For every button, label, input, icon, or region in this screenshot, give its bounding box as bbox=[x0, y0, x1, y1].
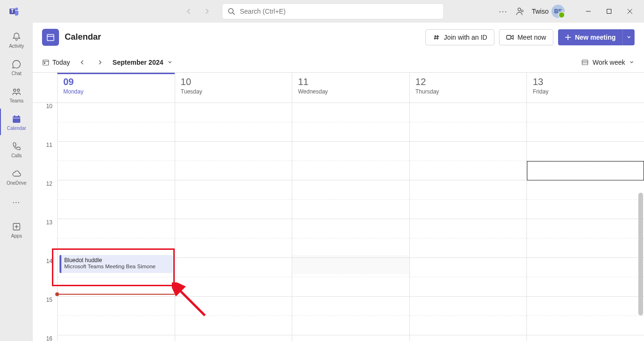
search-input[interactable] bbox=[240, 8, 438, 15]
list-icon bbox=[581, 59, 589, 66]
svg-rect-22 bbox=[507, 35, 511, 39]
hour-label: 10 bbox=[33, 103, 57, 142]
main-area: Calendar Join with an ID Meet now New me… bbox=[32, 23, 644, 341]
sidebar-item-label: Calendar bbox=[7, 126, 26, 131]
chevron-down-icon bbox=[167, 60, 173, 65]
hour-label: 14 bbox=[33, 258, 57, 297]
minimize-button[interactable] bbox=[578, 4, 599, 19]
hour-label: 16 bbox=[33, 335, 57, 341]
page-title: Calendar bbox=[65, 32, 101, 42]
svg-point-3 bbox=[229, 9, 233, 13]
teams-icon bbox=[11, 86, 22, 97]
svg-rect-8 bbox=[607, 9, 611, 14]
day-column-monday[interactable]: Bluedot huddle Microsoft Teams Meeting B… bbox=[57, 103, 175, 341]
meet-now-button[interactable]: Meet now bbox=[499, 29, 553, 45]
calendar-page-icon bbox=[42, 29, 59, 46]
hash-icon bbox=[432, 34, 440, 41]
sidebar-item-label: Chat bbox=[11, 71, 21, 76]
more-options-icon[interactable]: ⋯ bbox=[499, 6, 507, 17]
svg-rect-25 bbox=[43, 60, 49, 65]
search-icon bbox=[228, 8, 235, 15]
calendar-icon bbox=[11, 113, 22, 125]
search-container[interactable] bbox=[222, 3, 444, 19]
current-time-indicator bbox=[58, 294, 175, 295]
sidebar-item-label: Apps bbox=[11, 233, 22, 239]
sidebar-item-teams[interactable]: Teams bbox=[0, 81, 32, 108]
day-header-tuesday[interactable]: 10 Tuesday bbox=[175, 73, 292, 102]
day-header-thursday[interactable]: 12 Thursday bbox=[409, 73, 527, 102]
new-meeting-split: New meeting bbox=[558, 29, 635, 45]
hour-label: 13 bbox=[33, 219, 57, 258]
today-button[interactable]: Today bbox=[42, 59, 70, 66]
svg-rect-27 bbox=[44, 62, 45, 64]
new-meeting-dropdown[interactable] bbox=[622, 29, 635, 45]
today-icon bbox=[42, 59, 50, 66]
hour-label: 11 bbox=[33, 142, 57, 180]
time-gutter: 10 11 12 13 14 15 16 bbox=[33, 103, 57, 341]
svg-line-4 bbox=[233, 13, 235, 15]
sidebar-item-activity[interactable]: Activity bbox=[0, 26, 32, 53]
calendar-grid: 10 11 12 13 14 15 16 bbox=[33, 103, 644, 341]
bell-icon bbox=[11, 31, 22, 43]
history-back-button[interactable] bbox=[181, 4, 196, 19]
sidebar-item-calendar[interactable]: Calendar bbox=[0, 109, 32, 135]
day-column-tuesday[interactable] bbox=[175, 103, 292, 341]
window-controls bbox=[578, 4, 640, 19]
svg-point-2 bbox=[15, 8, 18, 10]
svg-rect-28 bbox=[582, 60, 588, 65]
user-name: Twiso bbox=[532, 8, 549, 15]
sidebar-item-calls[interactable]: Calls bbox=[0, 136, 32, 162]
svg-rect-20 bbox=[47, 34, 54, 41]
day-header-monday[interactable]: 09 Monday bbox=[57, 73, 175, 102]
teams-logo-icon: T bbox=[8, 5, 21, 18]
day-column-friday[interactable] bbox=[526, 103, 644, 341]
titlebar: T ⋯ Twiso BS bbox=[0, 0, 644, 23]
chat-icon bbox=[11, 59, 22, 70]
sidebar-item-label: OneDrive bbox=[7, 180, 26, 186]
sidebar-item-label: Calls bbox=[11, 153, 22, 158]
sidebar-item-onedrive[interactable]: OneDrive bbox=[0, 163, 32, 190]
people-icon[interactable] bbox=[515, 7, 524, 16]
hour-label: 12 bbox=[33, 180, 57, 219]
plus-icon bbox=[565, 34, 571, 41]
sidebar-item-apps[interactable]: Apps bbox=[0, 216, 32, 243]
phone-icon bbox=[11, 141, 22, 152]
calendar-event[interactable]: Bluedot huddle Microsoft Teams Meeting B… bbox=[59, 255, 173, 273]
svg-text:T: T bbox=[11, 9, 14, 14]
svg-point-11 bbox=[14, 89, 16, 91]
apps-icon bbox=[11, 221, 22, 232]
day-header-wednesday[interactable]: 11 Wednesday bbox=[292, 73, 409, 102]
chevron-down-icon bbox=[629, 60, 635, 65]
sidebar-more-button[interactable]: ⋯ bbox=[0, 193, 32, 212]
maximize-button[interactable] bbox=[599, 4, 619, 19]
selected-time-slot[interactable] bbox=[527, 161, 644, 180]
svg-point-6 bbox=[521, 10, 523, 12]
prev-week-button[interactable] bbox=[76, 57, 88, 68]
calendar-subheader: Today September 2024 Work week bbox=[33, 52, 644, 73]
day-headers: 09 Monday 10 Tuesday 11 Wednesday 12 Thu… bbox=[33, 73, 644, 103]
day-column-thursday[interactable] bbox=[409, 103, 527, 341]
join-with-id-button[interactable]: Join with an ID bbox=[425, 29, 494, 45]
month-picker[interactable]: September 2024 bbox=[112, 59, 172, 66]
view-picker[interactable]: Work week bbox=[581, 59, 635, 66]
app-rail: Activity Chat Teams Calendar Calls OneDr… bbox=[0, 23, 32, 341]
account-button[interactable]: Twiso BS bbox=[532, 5, 565, 18]
close-button[interactable] bbox=[619, 4, 640, 19]
new-meeting-button[interactable]: New meeting bbox=[558, 29, 622, 45]
hour-label: 15 bbox=[33, 297, 57, 335]
svg-rect-13 bbox=[13, 116, 20, 123]
cloud-icon bbox=[11, 168, 22, 179]
scrollbar[interactable] bbox=[638, 193, 643, 315]
video-icon bbox=[506, 34, 514, 41]
day-header-friday[interactable]: 13 Friday bbox=[526, 73, 644, 102]
svg-point-12 bbox=[17, 89, 20, 91]
event-subtitle: Microsoft Teams Meeting Bea Simone bbox=[64, 264, 170, 269]
history-nav bbox=[181, 4, 214, 19]
avatar: BS bbox=[551, 5, 565, 18]
day-column-wednesday[interactable] bbox=[292, 103, 409, 341]
svg-point-5 bbox=[518, 8, 521, 11]
event-title: Bluedot huddle bbox=[64, 257, 170, 264]
sidebar-item-chat[interactable]: Chat bbox=[0, 54, 32, 80]
next-week-button[interactable] bbox=[94, 57, 106, 68]
history-forward-button[interactable] bbox=[199, 4, 214, 19]
